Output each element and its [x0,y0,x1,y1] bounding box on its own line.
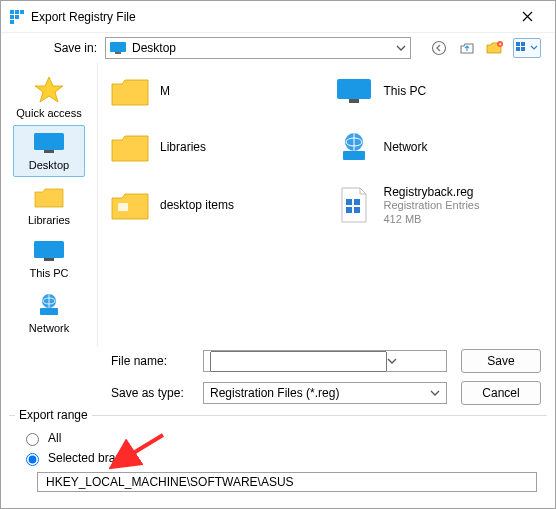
svg-rect-16 [44,150,54,153]
svg-rect-18 [44,258,54,261]
folder-icon [110,187,150,223]
svg-rect-22 [349,99,359,103]
up-one-level-button[interactable] [457,38,477,58]
save-as-type-combo[interactable]: Registration Files (*.reg) [203,382,447,404]
network-item[interactable]: Network [332,127,546,167]
export-range-selected[interactable]: Selected branch [21,450,541,466]
new-folder-icon: ✦ [486,40,504,56]
svg-rect-13 [516,47,520,51]
svg-rect-26 [346,199,352,205]
toolbar-icons: ✦ [429,38,541,58]
svg-rect-12 [521,42,525,46]
export-range-all[interactable]: All [21,430,541,446]
titlebar: Export Registry File [1,1,555,33]
desktop-icon [32,131,66,155]
export-range-group: Export range All Selected branch [9,415,547,500]
view-icon [516,42,530,54]
save-in-row: Save in: Desktop [1,33,555,63]
svg-rect-25 [118,203,128,211]
network-icon [334,129,374,165]
export-registry-dialog: Export Registry File Save in: Desktop [0,0,556,509]
window-title: Export Registry File [31,10,507,24]
svg-rect-11 [516,42,520,46]
radio-all[interactable] [26,433,39,446]
file-size: 412 MB [384,213,480,226]
this-pc-item[interactable]: This PC [332,71,546,111]
back-button[interactable] [429,38,449,58]
svg-rect-0 [10,10,14,14]
bottom-fields: File name: Save Save as type: Registrati… [1,347,555,413]
svg-rect-17 [34,241,64,258]
svg-rect-2 [20,10,24,14]
folder-icon [110,73,150,109]
svg-text:✦: ✦ [498,41,502,47]
close-icon [522,11,533,22]
file-name-label: File name: [111,354,189,368]
chevron-down-icon [530,42,538,54]
svg-rect-21 [337,79,371,99]
up-icon [459,40,475,56]
file-name-combo[interactable] [203,350,447,372]
svg-rect-1 [15,10,19,14]
svg-rect-5 [10,20,14,24]
save-as-type-label: Save as type: [111,386,189,400]
place-label: Desktop [29,159,69,171]
file-type: Registration Entries [384,199,480,212]
monitor-icon [334,73,374,109]
chevron-down-icon [387,358,397,364]
place-libraries[interactable]: Libraries [13,179,85,231]
radio-selected-label: Selected branch [48,451,135,465]
reg-file-item[interactable]: Registryback.reg Registration Entries 41… [332,183,546,228]
body: Quick access Desktop Libraries [1,63,555,347]
chevron-down-icon [430,390,440,396]
chevron-down-icon [396,45,406,51]
place-label: Network [29,322,69,334]
network-icon [34,292,64,318]
svg-rect-14 [521,47,525,51]
branch-path-field[interactable] [37,472,537,492]
file-name: Libraries [160,140,206,154]
regfile-icon [334,187,374,223]
svg-rect-23 [343,151,365,160]
cancel-button[interactable]: Cancel [461,381,541,405]
regedit-icon [9,9,25,25]
file-name: Network [384,140,428,154]
save-in-label: Save in: [45,41,97,55]
close-button[interactable] [507,3,547,31]
file-name: This PC [384,84,427,98]
view-menu-button[interactable] [513,38,541,58]
place-desktop[interactable]: Desktop [13,125,85,177]
folder-icon [110,129,150,165]
new-folder-button[interactable]: ✦ [485,38,505,58]
place-quick-access[interactable]: Quick access [13,71,85,123]
svg-rect-3 [10,15,14,19]
radio-all-label: All [48,431,61,445]
branch-path-input[interactable] [44,474,530,490]
svg-rect-28 [346,207,352,213]
places-bar: Quick access Desktop Libraries [1,63,97,347]
svg-rect-29 [354,207,360,213]
svg-point-8 [433,42,446,55]
save-in-dropdown[interactable]: Desktop [105,37,411,59]
svg-rect-4 [15,15,19,19]
place-network[interactable]: Network [13,287,85,339]
svg-rect-27 [354,199,360,205]
folder-item[interactable]: M [108,71,322,111]
save-button[interactable]: Save [461,349,541,373]
place-label: Libraries [28,214,70,226]
svg-rect-19 [40,308,58,315]
folder-item[interactable]: Libraries [108,127,322,167]
radio-selected[interactable] [26,453,39,466]
file-name: desktop items [160,198,234,212]
place-this-pc[interactable]: This PC [13,233,85,285]
svg-rect-6 [110,42,126,52]
file-name: Registryback.reg [384,185,480,199]
folder-icon [33,184,65,210]
file-name-input[interactable] [210,351,387,372]
file-name: M [160,84,170,98]
export-range-legend: Export range [15,408,92,422]
place-label: Quick access [16,107,81,119]
file-list[interactable]: M This PC Libraries [97,63,555,347]
svg-rect-15 [34,133,64,150]
folder-item[interactable]: desktop items [108,183,322,228]
